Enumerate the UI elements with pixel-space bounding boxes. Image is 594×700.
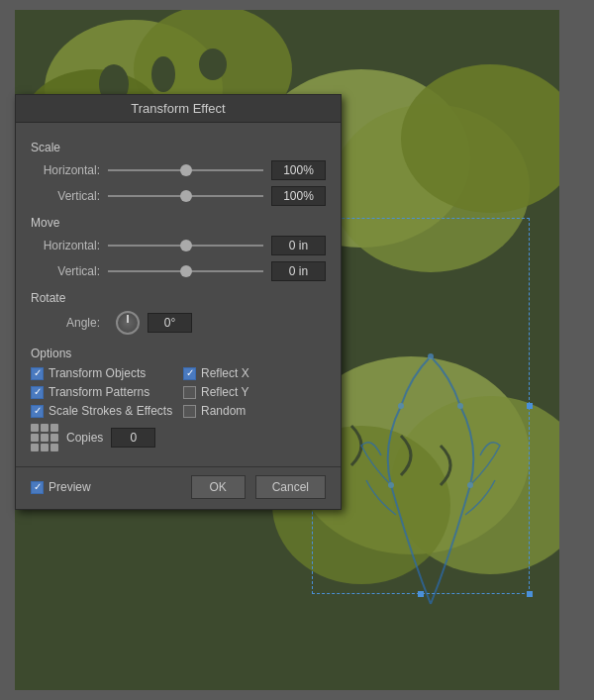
rotate-section-label: Rotate [31,291,326,305]
svg-point-12 [398,403,404,409]
svg-point-5 [199,49,227,80]
move-horizontal-thumb[interactable] [180,240,192,251]
reflect-y-checkbox[interactable] [183,386,196,399]
move-vertical-input[interactable] [271,261,326,281]
transform-patterns-label: Transform Patterns [49,385,149,399]
angle-label: Angle: [31,316,100,330]
svg-point-13 [457,403,463,409]
rotate-dial[interactable] [116,311,140,335]
scale-vertical-thumb[interactable] [180,190,192,202]
svg-point-14 [388,482,394,488]
random-label: Random [201,404,246,418]
reflect-y-row: Reflect Y [183,385,326,399]
move-section-label: Move [31,216,326,230]
move-horizontal-row: Horizontal: [31,236,326,255]
move-vertical-slider[interactable] [108,264,263,278]
transform-objects-checkbox[interactable] [31,367,44,380]
dialog-title: Transform Effect [131,101,225,116]
random-row: Random [183,404,326,418]
preview-label: Preview [49,480,91,494]
preview-row: Preview [31,480,181,494]
scale-horizontal-slider[interactable] [108,163,263,177]
ok-button[interactable]: OK [191,475,246,499]
move-horizontal-input[interactable] [271,236,326,255]
scale-horizontal-input[interactable] [271,160,326,180]
scale-section-label: Scale [31,141,326,154]
reflect-y-label: Reflect Y [201,385,248,399]
transform-patterns-row: Transform Patterns [31,385,173,399]
reflect-x-checkbox[interactable] [183,367,196,380]
cancel-button[interactable]: Cancel [255,475,326,499]
move-horizontal-slider[interactable] [108,239,263,252]
move-horizontal-label: Horizontal: [31,239,100,252]
options-grid: Transform Objects Reflect X Transform Pa… [31,366,326,418]
scale-horizontal-thumb[interactable] [180,164,192,176]
grid-icon[interactable] [31,424,58,451]
scale-vertical-input[interactable] [271,186,326,206]
dialog-footer: Preview OK Cancel [16,466,341,509]
scale-horizontal-row: Horizontal: [31,160,326,180]
scale-strokes-label: Scale Strokes & Effects [49,404,172,418]
angle-input[interactable] [148,313,192,333]
reflect-x-label: Reflect X [201,366,249,380]
scale-vertical-slider[interactable] [108,189,263,203]
copies-label: Copies [66,431,103,445]
preview-checkbox[interactable] [31,481,44,494]
move-vertical-label: Vertical: [31,264,100,278]
reflect-x-row: Reflect X [183,366,326,380]
scale-strokes-checkbox[interactable] [31,405,44,418]
move-vertical-thumb[interactable] [180,265,192,277]
transform-objects-label: Transform Objects [49,366,146,380]
copies-input[interactable] [111,428,155,448]
scale-strokes-row: Scale Strokes & Effects [31,404,173,418]
svg-point-15 [467,482,473,488]
transform-patterns-checkbox[interactable] [31,386,44,399]
options-section-label: Options [31,347,326,360]
svg-point-4 [151,56,175,92]
rotate-row: Angle: [31,311,326,335]
transform-objects-row: Transform Objects [31,366,173,380]
scale-vertical-label: Vertical: [31,189,100,203]
dialog-body: Scale Horizontal: Vertical: Move Horizon… [16,123,341,461]
move-vertical-row: Vertical: [31,261,326,281]
copies-row: Copies [31,424,326,451]
transform-effect-dialog: Transform Effect Scale Horizontal: Verti… [15,94,342,510]
scale-vertical-row: Vertical: [31,186,326,206]
scale-horizontal-label: Horizontal: [31,163,100,177]
dialog-titlebar: Transform Effect [16,95,341,123]
random-checkbox[interactable] [183,405,196,418]
svg-point-16 [428,353,434,359]
